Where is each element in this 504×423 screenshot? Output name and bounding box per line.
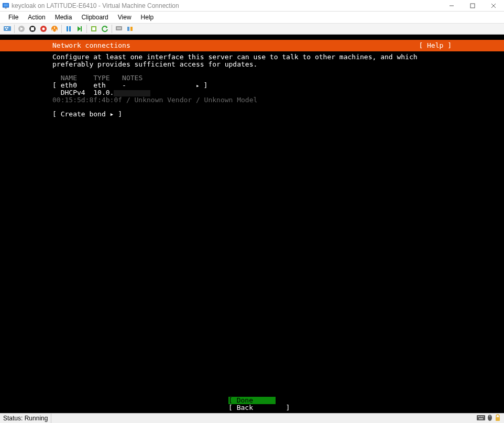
menu-view[interactable]: View	[114, 13, 136, 22]
mouse-icon	[487, 414, 492, 423]
toolbar-separator	[86, 25, 87, 33]
vm-console[interactable]: Network connections [ Help ] Configure a…	[0, 35, 504, 413]
close-button[interactable]	[483, 0, 504, 12]
svg-rect-38	[496, 417, 500, 421]
enhanced-session-icon[interactable]	[114, 24, 124, 34]
chevron-right-icon: ▸	[196, 82, 200, 89]
installer-header: Network connections [ Help ]	[0, 40, 504, 51]
menu-help[interactable]: Help	[137, 13, 158, 22]
svg-rect-7	[4, 26, 11, 31]
svg-rect-22	[81, 26, 82, 31]
svg-rect-32	[479, 416, 480, 417]
create-bond-button[interactable]: [ Create bond ▸ ]	[52, 110, 122, 118]
svg-point-16	[42, 28, 45, 30]
installer-title: Network connections	[52, 42, 419, 49]
status-label: Status: Running	[0, 414, 51, 423]
toolbar	[0, 23, 504, 35]
menu-file[interactable]: File	[4, 13, 23, 22]
installer-footer: [ Done ] [ Back ]	[0, 397, 504, 411]
turn-off-icon[interactable]	[27, 24, 38, 34]
vm-app-icon	[2, 2, 9, 9]
checkpoint-icon[interactable]	[89, 24, 99, 34]
status-bar: Status: Running	[0, 413, 504, 423]
interface-mac-line: 00:15:5d:8f:4b:0f / Unknown Vendor / Unk…	[52, 96, 257, 104]
menubar: File Action Media Clipboard View Help	[0, 12, 504, 23]
toolbar-separator	[14, 25, 15, 33]
window-title: keycloak on LATITUDE-E6410 - Virtual Mac…	[12, 2, 441, 9]
toolbar-separator	[112, 25, 112, 33]
interface-table: NAME TYPE NOTES [ eth0 eth - ▸ ] DHCPv4 …	[52, 74, 452, 117]
installer-instructions: Configure at least one interface this se…	[52, 53, 452, 68]
svg-rect-28	[127, 27, 129, 31]
done-button[interactable]: [ Done ]	[228, 397, 276, 404]
minimize-button[interactable]	[441, 0, 462, 12]
start-icon[interactable]	[16, 24, 27, 34]
maximize-button[interactable]	[462, 0, 483, 12]
window-controls	[441, 0, 504, 12]
svg-rect-1	[4, 4, 8, 6]
interface-row-eth0[interactable]: [ eth0 eth - ▸ ]	[52, 81, 207, 89]
revert-icon[interactable]	[100, 24, 110, 34]
save-icon[interactable]	[49, 24, 60, 34]
svg-rect-9	[7, 27, 8, 28]
share-icon[interactable]	[125, 24, 135, 34]
installer-body: Configure at least one interface this se…	[52, 53, 452, 117]
ctrl-alt-del-icon[interactable]	[2, 24, 13, 34]
svg-rect-35	[479, 418, 483, 419]
svg-rect-19	[67, 26, 68, 31]
svg-marker-21	[78, 26, 81, 31]
menu-media[interactable]: Media	[51, 13, 76, 22]
svg-rect-8	[5, 27, 6, 28]
shutdown-icon[interactable]	[38, 24, 49, 34]
keyboard-icon	[477, 415, 485, 422]
svg-rect-20	[69, 26, 71, 31]
svg-rect-33	[481, 416, 482, 417]
svg-rect-30	[477, 415, 485, 420]
svg-rect-34	[483, 416, 484, 417]
reset-icon[interactable]	[74, 24, 85, 34]
svg-rect-31	[478, 416, 479, 417]
svg-rect-27	[117, 27, 121, 29]
help-button[interactable]: [ Help ]	[419, 42, 452, 49]
back-button[interactable]: [ Back ]	[228, 404, 276, 411]
toolbar-separator	[61, 25, 62, 33]
lock-icon	[495, 414, 501, 423]
svg-rect-29	[130, 27, 133, 31]
svg-rect-24	[92, 27, 95, 30]
svg-rect-14	[31, 27, 34, 30]
menu-clipboard[interactable]: Clipboard	[77, 13, 112, 22]
pause-icon[interactable]	[63, 24, 74, 34]
status-tray	[474, 414, 504, 423]
window-titlebar: keycloak on LATITUDE-E6410 - Virtual Mac…	[0, 0, 504, 12]
menu-action[interactable]: Action	[24, 13, 49, 22]
svg-rect-10	[6, 29, 7, 30]
svg-rect-4	[470, 4, 475, 8]
svg-rect-2	[5, 7, 7, 8]
